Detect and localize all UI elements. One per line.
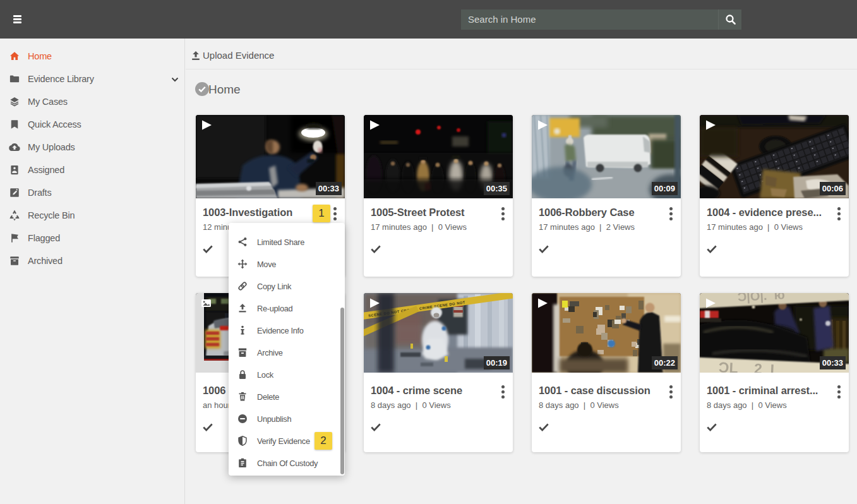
svg-text:ƆL 2 I: ƆL 2 I: [718, 359, 774, 373]
